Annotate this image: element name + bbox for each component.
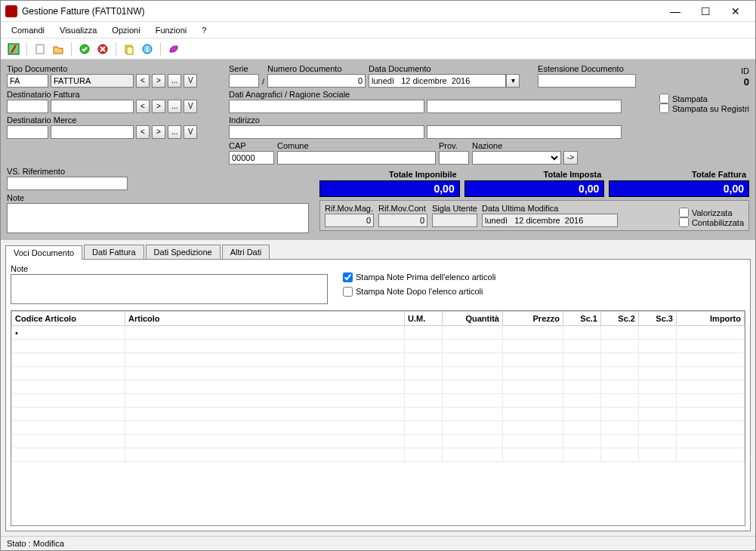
col-sc3[interactable]: Sc.3 [639,312,677,326]
dest-fatt-lookup[interactable]: ... [168,100,181,113]
stampa-prima-label: Stampa Note Prima dell'elenco articoli [356,272,496,282]
tipo-validate-button[interactable]: V [184,74,197,88]
table-row[interactable] [12,435,745,448]
menu-comandi[interactable]: Comandi [4,24,52,36]
dest-merce-lookup[interactable]: ... [168,125,181,139]
sigla-utente-input [432,214,477,227]
dest-fatt-desc-input[interactable] [51,100,134,113]
numero-input[interactable] [267,74,366,88]
table-row[interactable] [12,340,745,353]
id-value: 0 [639,76,749,88]
maximize-button[interactable]: ☐ [690,2,721,21]
contabilizzata-checkbox[interactable] [679,217,689,227]
app-icon [5,5,17,17]
nazione-select[interactable] [472,151,561,165]
tipo-documento-label: Tipo Documento [7,64,226,73]
dest-merce-desc-input[interactable] [51,125,134,139]
indirizzo-1-input[interactable] [229,125,424,139]
close-button[interactable]: ✕ [721,2,751,21]
prov-input[interactable] [439,151,469,165]
data-doc-input[interactable] [369,74,506,88]
tab-voci-documento[interactable]: Voci Documento [5,245,82,260]
table-row[interactable]: • [12,326,745,340]
cancel-icon[interactable] [94,41,111,57]
tipo-lookup-button[interactable]: ... [168,74,181,88]
table-row[interactable] [12,353,745,367]
note-textarea[interactable] [7,203,309,233]
stampa-dopo-checkbox[interactable] [343,287,353,297]
help-icon[interactable] [165,41,182,57]
table-row[interactable] [12,380,745,394]
copy-icon[interactable] [121,41,137,57]
dest-merce-prev[interactable]: < [136,125,150,139]
stampa-dopo-label: Stampa Note Dopo l'elenco articoli [356,287,483,296]
cap-label: CAP [229,141,274,150]
dest-fatt-next[interactable]: > [152,100,165,113]
dest-fatt-validate[interactable]: V [184,100,197,113]
dest-merce-code-input[interactable] [7,125,48,139]
dest-merce-validate[interactable]: V [184,125,197,139]
confirm-icon[interactable] [76,41,93,57]
indirizzo-2-input[interactable] [427,125,622,139]
table-row[interactable] [12,448,745,462]
nazione-go-button[interactable]: -> [563,151,578,165]
col-quantita[interactable]: Quantità [443,312,503,326]
tipo-code-input[interactable] [7,74,48,88]
table-row[interactable] [12,367,745,380]
tab-dati-spedizione[interactable]: Dati Spedizione [146,245,221,259]
voci-note-textarea[interactable] [11,274,328,304]
dest-fatt-prev[interactable]: < [136,100,150,113]
exit-icon[interactable] [5,41,22,57]
dest-merce-label: Destinatario Merce [7,115,226,125]
valorizzata-label: Valorizzata [692,208,733,217]
col-codice[interactable]: Codice Articolo [12,312,125,326]
totale-imposta-value: 0,00 [464,180,605,197]
nazione-label: Nazione [472,141,578,150]
stampata-label: Stampata [672,94,708,103]
totale-fattura-value: 0,00 [609,180,749,197]
new-icon[interactable] [32,41,48,57]
serie-input[interactable] [229,74,259,88]
rif-cont-input [378,214,427,227]
info-icon[interactable]: i [139,41,156,57]
ragione-sociale-2-input[interactable] [427,100,622,113]
menu-opzioni[interactable]: Opzioni [104,24,147,36]
table-row[interactable] [12,421,745,435]
estensione-input[interactable] [538,74,636,88]
tab-altri-dati[interactable]: Altri Dati [222,245,270,259]
data-doc-label: Data Documento [369,64,520,73]
estensione-label: Estensione Documento [538,64,636,73]
col-sc2[interactable]: Sc.2 [601,312,639,326]
menu-visualizza[interactable]: Visualizza [52,24,104,36]
tab-dati-fattura[interactable]: Dati Fattura [84,245,143,259]
valorizzata-checkbox[interactable] [679,208,689,217]
stampata-registri-checkbox[interactable] [659,103,669,113]
col-articolo[interactable]: Articolo [125,312,405,326]
menu-funzioni[interactable]: Funzioni [148,24,195,36]
col-sc1[interactable]: Sc.1 [563,312,601,326]
sigla-utente-label: Sigla Utente [432,204,477,213]
table-row[interactable] [12,408,745,421]
open-icon[interactable] [50,41,66,57]
stampa-prima-checkbox[interactable] [343,272,353,282]
stampata-checkbox[interactable] [659,94,669,103]
dest-fatt-code-input[interactable] [7,100,48,113]
window-title: Gestione Fatture (FATT01NW) [22,6,660,17]
tipo-prev-button[interactable]: < [136,74,150,88]
table-row[interactable] [12,394,745,408]
grid[interactable]: Codice Articolo Articolo U.M. Quantità P… [11,310,745,526]
vs-rif-input[interactable] [7,177,128,190]
tab-content: Note Stampa Note Prima dell'elenco artic… [5,259,751,531]
ragione-sociale-1-input[interactable] [229,100,424,113]
col-um[interactable]: U.M. [405,312,443,326]
minimize-button[interactable]: — [660,2,690,21]
menu-help[interactable]: ? [194,24,214,36]
tipo-next-button[interactable]: > [152,74,165,88]
data-doc-picker[interactable]: ▾ [506,74,520,88]
rif-mag-label: Rif.Mov.Mag. [325,204,374,213]
col-prezzo[interactable]: Prezzo [503,312,563,326]
col-importo[interactable]: Importo [677,312,745,326]
cap-input[interactable] [229,151,274,165]
comune-input[interactable] [277,151,436,165]
dest-merce-next[interactable]: > [152,125,165,139]
